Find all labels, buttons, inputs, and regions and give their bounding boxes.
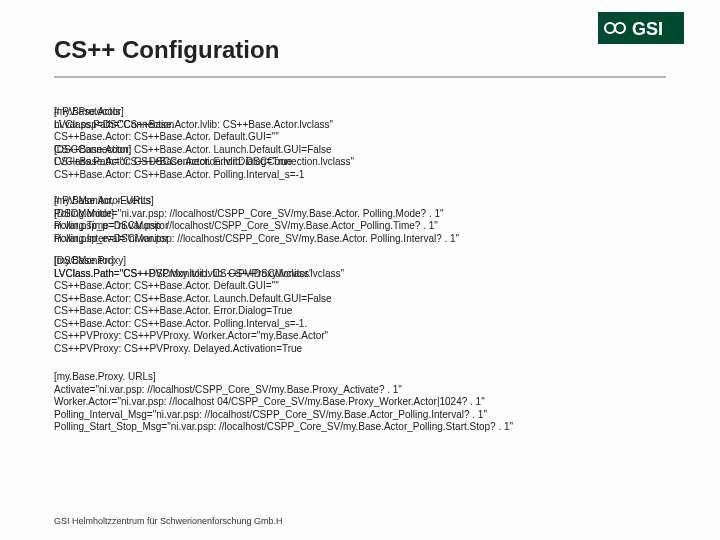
- slide-body: [my.Base.Actor] LVClass.Path="CS++Base.A…: [54, 106, 666, 444]
- block-base-actor: [my.Base.Actor] LVClass.Path="CS++Base.A…: [54, 106, 666, 181]
- svg-text:GSI: GSI: [632, 19, 663, 39]
- footer-text: GSI Helmholtzzentrum für Schwerionenfors…: [54, 516, 283, 526]
- block-proxy: [my.Base.Proxy] LVClass.Path="CS++PVProx…: [54, 255, 666, 355]
- gsi-logo: GSI: [598, 12, 684, 44]
- title-divider: [54, 76, 666, 78]
- block-urls: [my.Base.Actor. URLs] Polling.Mode="ni.v…: [54, 195, 666, 245]
- base-actor-front-text: # PV-Protocols ni.var.psp=DSCConnection …: [54, 106, 354, 169]
- block-proxy-urls: [my.Base.Proxy. URLs] Activate="ni.var.p…: [54, 371, 666, 434]
- gsi-logo-svg: GSI: [598, 12, 684, 44]
- slide: GSI CS++ Configuration [my.Base.Actor] L…: [0, 0, 720, 540]
- urls-front-text: # PV-Monitor, -Events [DSCMonitor] ni.va…: [54, 195, 168, 245]
- slide-title: CS++ Configuration: [54, 36, 279, 64]
- proxy-front-text: [DSCMonitor] LVClass.Path="CS++DSCMonito…: [54, 255, 344, 280]
- proxy-urls-text: [my.Base.Proxy. URLs] Activate="ni.var.p…: [54, 371, 666, 434]
